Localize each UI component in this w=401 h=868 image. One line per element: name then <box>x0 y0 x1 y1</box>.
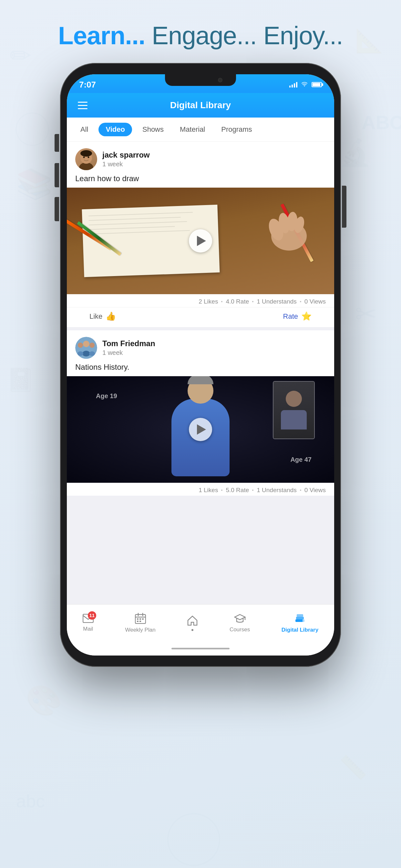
svg-point-24 <box>82 351 90 356</box>
calendar-icon <box>135 613 146 625</box>
headline: Learn... Engage... Enjoy... <box>0 21 401 51</box>
post-2-username: Tom Friedman <box>102 339 155 348</box>
svg-point-16 <box>88 157 89 158</box>
mail-label: Mail <box>83 626 93 632</box>
post-1-video[interactable] <box>67 188 334 294</box>
svg-text:📏: 📏 <box>339 754 367 781</box>
svg-text:✂: ✂ <box>355 300 377 329</box>
hamburger-button[interactable] <box>78 102 88 109</box>
thumbs-up-icon: 👍 <box>105 311 116 321</box>
signal-bars-icon <box>289 82 297 88</box>
tab-programs[interactable]: Programs <box>215 123 258 136</box>
age-badge-2: Age 47 <box>290 456 312 463</box>
dot-2 <box>252 301 253 302</box>
nav-item-courses[interactable]: Courses <box>229 613 250 633</box>
svg-rect-33 <box>142 618 144 620</box>
books-icon <box>294 613 306 625</box>
dot-1 <box>221 301 222 302</box>
post-1-understands-stat: 1 Understands <box>257 298 297 305</box>
post-1-caption: Learn how to draw <box>67 174 334 188</box>
svg-rect-31 <box>137 618 138 620</box>
portrait-frame <box>273 381 315 439</box>
status-time: 7:07 <box>79 80 96 90</box>
post-1-username: jack sparrow <box>102 151 150 159</box>
power-button <box>342 186 346 228</box>
post-card-1: jack sparrow 1 week Learn how to draw <box>67 142 334 327</box>
nav-item-home[interactable] <box>187 615 198 631</box>
svg-rect-32 <box>140 618 141 620</box>
home-bar <box>172 648 229 649</box>
post-2-user-info: Tom Friedman 1 week <box>102 339 155 356</box>
post-2-play-button[interactable] <box>189 418 212 441</box>
svg-point-15 <box>83 157 85 158</box>
nav-item-weekly-plan[interactable]: Weekly Plan <box>125 613 155 633</box>
post-1-action-bar: Like 👍 Rate ⭐ <box>67 307 334 327</box>
post-2-views-stat: 0 Views <box>305 487 326 494</box>
phone-frame: 7:07 <box>60 63 341 667</box>
silent-button <box>55 134 59 152</box>
tab-shows[interactable]: Shows <box>136 123 169 136</box>
post-2-video[interactable]: Age 19 Age 47 <box>67 376 334 483</box>
svg-rect-35 <box>140 621 141 622</box>
nav-item-digital-library[interactable]: Digital Library <box>281 613 318 633</box>
app-title: Digital Library <box>170 100 231 111</box>
post-2-header: Tom Friedman 1 week <box>67 330 334 363</box>
home-indicator <box>67 641 334 655</box>
rate-label-1: Rate <box>283 312 298 321</box>
tab-video[interactable]: Video <box>98 123 132 136</box>
svg-point-8 <box>168 814 220 865</box>
rate-button-1[interactable]: Rate ⭐ <box>283 311 312 321</box>
status-icons <box>289 81 322 89</box>
svg-rect-38 <box>297 614 303 617</box>
post-card-2: Tom Friedman 1 week Nations History. <box>67 330 334 496</box>
volume-down-button <box>55 197 59 221</box>
svg-text:📚: 📚 <box>16 166 53 201</box>
svg-rect-37 <box>296 617 304 619</box>
svg-rect-34 <box>137 621 138 622</box>
learn-text: Learn... <box>58 21 145 50</box>
post-1-header: jack sparrow 1 week <box>67 142 334 174</box>
like-button-1[interactable]: Like 👍 <box>89 311 116 321</box>
post-1-likes-stat: 2 Likes <box>198 298 218 305</box>
notch-camera <box>218 78 222 82</box>
post-1-user-info: jack sparrow 1 week <box>102 151 150 168</box>
age-badge-1: Age 19 <box>96 392 117 400</box>
post-1-views-stat: 0 Views <box>305 298 326 305</box>
svg-point-28 <box>89 351 95 356</box>
courses-label: Courses <box>229 626 250 633</box>
post-2-time: 1 week <box>102 349 155 356</box>
nav-item-mail[interactable]: 11 Mail <box>83 614 94 632</box>
svg-text:📓: 📓 <box>6 367 35 393</box>
mail-badge: 11 <box>88 611 96 620</box>
svg-point-25 <box>78 343 83 348</box>
svg-point-27 <box>89 343 95 348</box>
tab-all[interactable]: All <box>74 123 94 136</box>
post-1-stats: 2 Likes 4.0 Rate 1 Understands 0 Views <box>67 294 334 307</box>
post-2-rate-stat: 5.0 Rate <box>226 487 249 494</box>
svg-text:abc: abc <box>16 791 45 811</box>
avatar-jack <box>75 148 97 170</box>
svg-point-14 <box>81 150 92 157</box>
notch <box>165 74 236 86</box>
bottom-nav: 11 Mail <box>67 604 334 641</box>
avatar-tom <box>75 337 97 359</box>
app-header: Digital Library <box>67 93 334 118</box>
digital-library-label: Digital Library <box>281 627 318 633</box>
svg-text:🎨: 🎨 <box>26 683 62 718</box>
content-area: jack sparrow 1 week Learn how to draw <box>67 142 334 604</box>
filter-tabs: All Video Shows Material Programs <box>67 118 334 142</box>
post-1-rate-stat: 4.0 Rate <box>226 298 249 305</box>
svg-text:🔬: 🔬 <box>339 137 371 168</box>
post-2-stats: 1 Likes 5.0 Rate 1 Understands 0 Views <box>67 483 334 496</box>
post-1-time: 1 week <box>102 160 150 168</box>
home-dot <box>191 629 193 631</box>
phone-screen: 7:07 <box>67 74 334 655</box>
svg-point-23 <box>83 341 89 347</box>
like-label-1: Like <box>89 312 102 321</box>
tab-material[interactable]: Material <box>174 123 211 136</box>
svg-text:ABC: ABC <box>362 112 401 133</box>
post-2-understands-stat: 1 Understands <box>257 487 297 494</box>
svg-point-9 <box>16 113 49 145</box>
post-1-play-button[interactable] <box>189 229 212 252</box>
weekly-plan-label: Weekly Plan <box>125 627 155 633</box>
